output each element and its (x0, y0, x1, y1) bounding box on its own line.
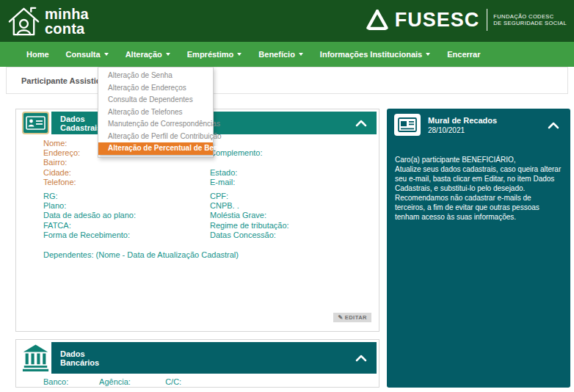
nav-label: Alteração (126, 50, 162, 59)
newspaper-icon (398, 117, 417, 132)
field-label-cc: C/C: (165, 377, 181, 386)
logo-line1: minha (45, 7, 89, 21)
collapse-chevron-up-icon[interactable] (547, 120, 560, 131)
nav-item-emprestimo[interactable]: Empréstimo (187, 50, 242, 59)
breadcrumb: Participante Assistido : (6, 67, 568, 94)
mural-date: 28/10/2021 (428, 126, 465, 134)
nav-label: Empréstimo (187, 50, 234, 59)
brand-subtitle: FUNDAÇÃO CODESC DE SEGURIDADE SOCIAL (493, 13, 567, 26)
caret-down-icon (237, 53, 241, 56)
field-label-banco: Banco: (43, 377, 97, 386)
brand-divider (487, 9, 487, 31)
caret-down-icon (166, 53, 170, 56)
editar-button[interactable]: ✎EDITAR (333, 313, 371, 322)
menu-item-alteracao-de-telefones[interactable]: Alteração de Telefones (98, 106, 213, 119)
menu-item-alteracao-de-enderecos[interactable]: Alteração de Endereços (98, 82, 213, 95)
dados-bancarios-header: Dados Bancários (51, 342, 377, 374)
mural-salutation: Caro(a) participante BENEFICIÁRIO, (395, 155, 563, 164)
field-label-email: E-mail: (210, 178, 235, 186)
dependents-label: Dependentes: (Nome - Data de Atualização… (43, 250, 239, 259)
nav-label: Encerrar (447, 50, 480, 59)
newspaper-icon-tile (394, 114, 421, 136)
menu-item-alteracao-de-percentual-de-beneficio[interactable]: Alteração de Percentual de Benefício (98, 142, 213, 155)
menu-item-manutencao-de-correspondencias[interactable]: Manutenção de Correspondências (98, 118, 213, 131)
field-label-telefone: Telefone: (43, 178, 210, 187)
mural-message: Caro(a) participante BENEFICIÁRIO, Atual… (395, 155, 563, 222)
caret-down-icon (104, 53, 109, 56)
field-label-datas-concessao: Datas Concessão: (210, 231, 276, 239)
app-header: minha conta FUSESC FUNDAÇÃO CODESC DE SE… (0, 0, 574, 42)
fusesc-triangle-icon (365, 8, 390, 32)
bank-icon (22, 343, 49, 372)
nav-item-encerrar[interactable]: Encerrar (447, 50, 480, 59)
house-person-icon (6, 3, 42, 39)
nav-item-alteracao[interactable]: Alteração (126, 50, 170, 59)
bancarios-fields: Banco: Agência: C/C: (43, 377, 181, 386)
menu-item-alteracao-de-perfil-de-contribuicao[interactable]: Alteração de Perfil de Contribuição (98, 131, 213, 143)
nav-label: Informações Institucionais (320, 50, 422, 59)
pencil-icon: ✎ (338, 314, 343, 321)
id-card-icon (26, 116, 46, 130)
nav-item-beneficio[interactable]: Benefício (258, 50, 303, 59)
logo-text: minha conta (45, 7, 89, 36)
brand-sub-line2: DE SEGURIDADE SOCIAL (493, 20, 567, 26)
mural-de-recados-panel: Mural de Recados 28/10/2021 Caro(a) part… (387, 109, 570, 388)
caret-down-icon (299, 53, 303, 56)
editar-button-label: EDITAR (345, 314, 367, 321)
brand-name: FUSESC (395, 9, 480, 32)
field-label-cpf: CPF: (210, 192, 228, 200)
field-label-plano: Plano: (43, 201, 210, 211)
field-label-fatca: FATCA: (43, 221, 210, 231)
breadcrumb-label: Participante Assistido (21, 76, 106, 85)
mural-title: Mural de Recados (428, 116, 497, 125)
field-label-regime-tributacao: Regime de tributação: (210, 221, 289, 230)
menu-item-alteracao-de-senha[interactable]: Alteração de Senha (98, 70, 213, 82)
brand-sub-line1: FUNDAÇÃO CODESC (493, 13, 567, 20)
nav-label: Consulta (66, 50, 101, 59)
nav-item-informacoes-institucionais[interactable]: Informações Institucionais (320, 50, 430, 59)
card-title-line2: Bancários (60, 358, 377, 367)
fusesc-brand: FUSESC FUNDAÇÃO CODESC DE SEGURIDADE SOC… (365, 8, 567, 32)
field-label-agencia: Agência: (99, 377, 163, 386)
nav-item-home[interactable]: Home (26, 50, 49, 59)
collapse-chevron-up-icon[interactable] (355, 353, 368, 363)
nav-label: Benefício (258, 50, 295, 59)
logo-line2: conta (45, 21, 89, 36)
field-label-bairro: Bairro: (43, 158, 210, 167)
alteracao-dropdown-menu: Alteração de Senha Alteração de Endereço… (98, 67, 214, 158)
caret-down-icon (426, 53, 430, 56)
field-label-molestia-grave: Moléstia Grave: (210, 211, 266, 219)
field-label-cnpb: CNPB. . (210, 201, 239, 210)
mural-text: Atualize seus dados cadastrais, caso que… (395, 164, 563, 222)
field-label-forma-recebimento: Forma de Recebimento: (43, 231, 210, 240)
menu-item-consulta-de-dependentes[interactable]: Consulta de Dependentes (98, 94, 213, 106)
main-nav: Home Consulta Alteração Empréstimo Benef… (0, 42, 574, 67)
nav-item-consulta[interactable]: Consulta (66, 50, 109, 59)
collapse-chevron-up-icon[interactable] (355, 118, 368, 128)
card-title-line1: Dados (60, 349, 377, 358)
minha-conta-logo[interactable]: minha conta (6, 3, 89, 39)
id-card-icon-tile (22, 112, 49, 134)
field-label-estado: Estado: (210, 168, 237, 177)
field-label-cidade: Cidade: (43, 168, 210, 178)
nav-label: Home (26, 50, 49, 59)
field-label-rg: RG: (43, 192, 210, 201)
dados-bancarios-card: Dados Bancários Banco: Agência: C/C: (15, 339, 379, 388)
field-label-data-adesao: Data de adesão ao plano: (43, 211, 210, 220)
